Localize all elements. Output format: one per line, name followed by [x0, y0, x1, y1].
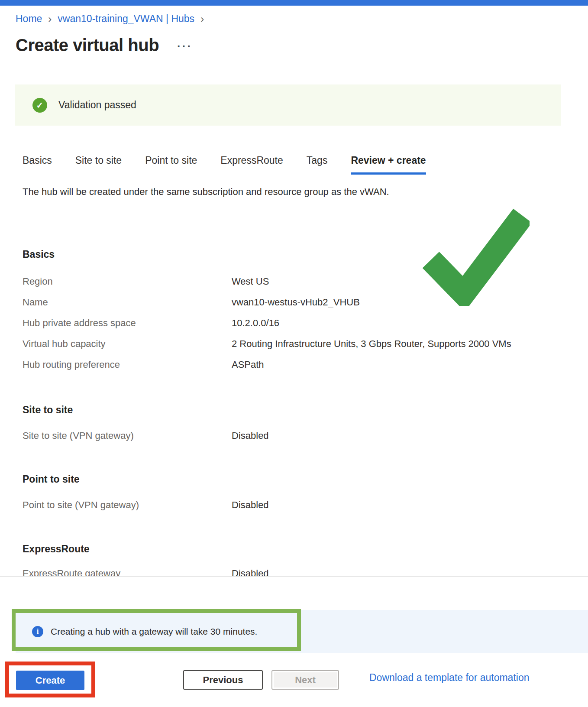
row-value: ASPath: [232, 359, 264, 370]
content-footer-divider: [0, 576, 588, 577]
breadcrumb-chevron-icon: ›: [200, 14, 204, 24]
breadcrumb: Home › vwan10-training_VWAN | Hubs ›: [16, 13, 210, 25]
row-label: Virtual hub capacity: [23, 338, 106, 350]
row-label: Point to site (VPN gateway): [23, 499, 139, 511]
tab-point-to-site[interactable]: Point to site: [145, 154, 197, 175]
row-value: 10.2.0.0/16: [232, 318, 279, 329]
row-value: West US: [232, 276, 269, 287]
tab-site-to-site[interactable]: Site to site: [75, 154, 122, 175]
page-title: Create virtual hub: [16, 36, 159, 55]
breadcrumb-vwan-hubs-link[interactable]: vwan10-training_VWAN | Hubs: [58, 13, 194, 25]
next-button[interactable]: Next: [271, 670, 339, 690]
row-value: Disabled: [232, 430, 269, 441]
title-row: Create virtual hub ···: [16, 36, 192, 55]
portal-top-bar: [0, 0, 588, 6]
row-label: Name: [23, 297, 48, 308]
info-icon: i: [32, 626, 43, 637]
download-template-link[interactable]: Download a template for automation: [369, 672, 530, 684]
review-description: The hub will be created under the same s…: [23, 186, 389, 198]
previous-button[interactable]: Previous: [183, 670, 263, 690]
validation-success-check-icon: [422, 207, 530, 306]
create-button[interactable]: Create: [16, 671, 84, 690]
row-value: Disabled: [232, 568, 269, 576]
tab-tags[interactable]: Tags: [307, 154, 328, 175]
more-actions-icon[interactable]: ···: [177, 40, 192, 53]
validation-passed-banner: ✓ Validation passed: [15, 84, 561, 126]
validation-message: Validation passed: [58, 99, 136, 111]
tab-basics[interactable]: Basics: [23, 154, 52, 175]
wizard-tabs: Basics Site to site Point to site Expres…: [23, 154, 426, 175]
row-label: Hub routing preference: [23, 359, 120, 370]
section-heading-expressroute: ExpressRoute: [23, 543, 90, 555]
success-check-icon: ✓: [32, 98, 47, 113]
clipped-row-expressroute-gateway: ExpressRoute gateway Disabled: [0, 568, 390, 576]
row-label: Region: [23, 276, 53, 287]
create-virtual-hub-page: Home › vwan10-training_VWAN | Hubs › Cre…: [0, 0, 588, 707]
row-value: vwan10-westus-vHub2_VHUB: [232, 297, 360, 308]
tab-review-create[interactable]: Review + create: [351, 154, 426, 175]
section-heading-site-to-site: Site to site: [23, 404, 73, 416]
section-heading-point-to-site: Point to site: [23, 473, 80, 485]
breadcrumb-home-link[interactable]: Home: [16, 13, 42, 25]
section-heading-basics: Basics: [23, 249, 55, 260]
breadcrumb-chevron-icon: ›: [48, 14, 52, 24]
row-value: 2 Routing Infrastructure Units, 3 Gbps R…: [232, 338, 511, 350]
tab-expressroute[interactable]: ExpressRoute: [220, 154, 283, 175]
row-value: Disabled: [232, 499, 269, 511]
row-label: ExpressRoute gateway: [23, 568, 120, 576]
info-banner-message: Creating a hub with a gateway will take …: [51, 626, 257, 637]
info-banner: i Creating a hub with a gateway will tak…: [16, 610, 588, 653]
row-label: Site to site (VPN gateway): [23, 430, 134, 441]
row-label: Hub private address space: [23, 318, 136, 329]
